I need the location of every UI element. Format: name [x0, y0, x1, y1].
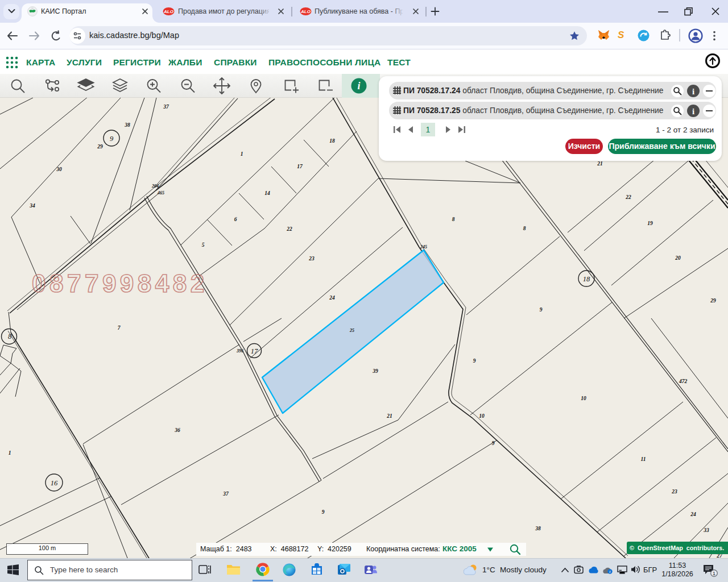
svg-text:204: 204 [151, 184, 159, 189]
svg-text:10: 10 [581, 396, 586, 401]
svg-text:19: 19 [647, 221, 653, 226]
svg-text:17: 17 [297, 164, 303, 169]
svg-text:30: 30 [56, 167, 62, 172]
svg-text:21: 21 [386, 413, 392, 419]
svg-text:6: 6 [234, 217, 237, 222]
svg-text:34: 34 [29, 203, 35, 209]
svg-text:38: 38 [124, 122, 130, 128]
svg-text:465: 465 [157, 190, 164, 196]
svg-text:ALO: ALO [163, 9, 174, 14]
svg-text:23: 23 [308, 256, 315, 261]
svg-text:33: 33 [703, 527, 709, 533]
svg-text:39: 39 [372, 368, 378, 374]
svg-text:38: 38 [535, 526, 541, 531]
svg-text:9: 9 [322, 509, 325, 515]
svg-text:9: 9 [492, 440, 495, 446]
svg-text:i: i [692, 87, 694, 96]
svg-text:i: i [610, 569, 611, 573]
svg-text:396: 396 [236, 348, 243, 354]
svg-text:0877998482: 0877998482 [32, 269, 208, 297]
svg-text:8: 8 [523, 226, 526, 231]
svg-text:1: 1 [713, 570, 715, 576]
svg-text:1: 1 [241, 151, 243, 157]
svg-text:29: 29 [710, 298, 716, 304]
svg-text:17: 17 [251, 347, 258, 355]
svg-text:472: 472 [679, 379, 688, 384]
svg-text:18: 18 [583, 275, 590, 283]
svg-text:37: 37 [163, 104, 169, 110]
svg-text:24: 24 [690, 512, 696, 517]
svg-text:23: 23 [671, 489, 677, 494]
svg-text:9: 9 [110, 135, 114, 143]
svg-text:14: 14 [264, 190, 270, 196]
svg-text:8: 8 [452, 217, 455, 222]
svg-text:i: i [692, 107, 694, 116]
svg-text:22: 22 [625, 194, 631, 200]
svg-text:29: 29 [97, 144, 103, 149]
svg-text:8: 8 [8, 332, 12, 340]
svg-text:18: 18 [329, 138, 335, 144]
svg-text:36: 36 [174, 427, 180, 433]
svg-text:16: 16 [51, 479, 58, 487]
svg-text:37: 37 [222, 491, 229, 497]
svg-text:9: 9 [540, 307, 543, 313]
svg-text:22: 22 [286, 226, 292, 232]
svg-text:ALO: ALO [300, 9, 311, 14]
svg-text:11: 11 [641, 456, 646, 462]
svg-text:20: 20 [675, 255, 681, 261]
svg-text:1: 1 [9, 450, 11, 456]
svg-text:i: i [357, 80, 360, 92]
svg-text:25: 25 [349, 328, 354, 333]
svg-text:5: 5 [202, 242, 205, 248]
svg-text:10: 10 [479, 413, 485, 419]
svg-text:245: 245 [420, 244, 427, 250]
svg-text:21: 21 [597, 161, 603, 167]
svg-text:24: 24 [329, 295, 335, 301]
svg-text:9: 9 [473, 358, 476, 364]
